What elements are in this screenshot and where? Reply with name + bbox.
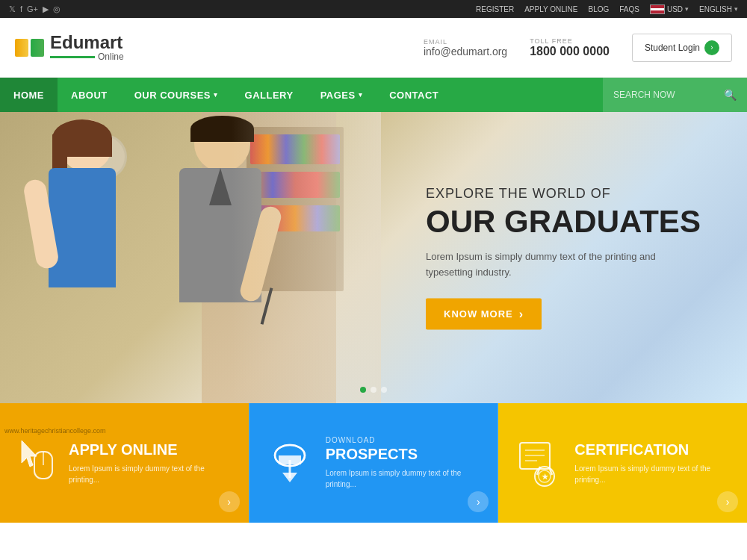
pages-dropdown-icon: ▾ xyxy=(359,91,363,99)
faqs-link[interactable]: FAQS xyxy=(619,5,639,13)
apply-online-text: APPLY ONLINE Lorem Ipsum is simply dummy… xyxy=(69,441,231,485)
know-more-button[interactable]: KNOW MORE › xyxy=(426,298,542,329)
instagram-icon[interactable]: ◎ xyxy=(53,4,61,14)
language-selector[interactable]: ENGLISH ▾ xyxy=(699,5,738,13)
bottom-cards: APPLY ONLINE Lorem Ipsum is simply dummy… xyxy=(0,403,747,523)
blog-link[interactable]: BLOG xyxy=(588,5,609,13)
nav-item-about[interactable]: ABOUT xyxy=(58,78,121,112)
certification-text: CERTIFICATION Lorem Ipsum is simply dumm… xyxy=(574,441,729,485)
currency-label: USD xyxy=(667,5,683,13)
language-chevron: ▾ xyxy=(734,5,738,13)
register-link[interactable]: REGISTER xyxy=(476,5,514,13)
login-arrow-icon: › xyxy=(704,40,719,55)
svg-marker-6 xyxy=(282,473,297,482)
currency-chevron: ▾ xyxy=(685,5,689,13)
facebook-icon[interactable]: f xyxy=(20,4,22,14)
google-plus-icon[interactable]: G+ xyxy=(27,4,38,14)
apply-online-icon-area xyxy=(18,437,55,489)
watermark: www.heritagechristiancollege.com xyxy=(4,427,106,435)
cloud-download-icon xyxy=(267,439,312,488)
card-certification: ★ CERTIFICATION Lorem Ipsum is simply du… xyxy=(498,403,747,523)
hero-subtitle: Explore the world of xyxy=(426,186,725,202)
hero-title: OUR GRADUATES xyxy=(426,205,725,239)
hero-image-area xyxy=(0,112,381,403)
logo-icon xyxy=(15,39,44,57)
nav-about-label: ABOUT xyxy=(71,90,108,101)
card-apply-online: APPLY ONLINE Lorem Ipsum is simply dummy… xyxy=(0,403,249,523)
prospects-title: PROSPECTS xyxy=(326,446,480,463)
nav-item-courses[interactable]: OUR COURSES ▾ xyxy=(121,78,232,112)
certification-icon-area: ★ xyxy=(516,439,561,488)
student-login-label: Student Login xyxy=(645,43,700,53)
nav-search[interactable]: 🔍 xyxy=(603,78,747,112)
top-bar: 𝕏 f G+ ▶ ◎ REGISTER APPLY ONLINE BLOG FA… xyxy=(0,0,747,18)
phone-contact: TOLL FREE 1800 000 0000 xyxy=(530,37,610,58)
card-prospects: DOWNLOAD PROSPECTS Lorem Ipsum is simply… xyxy=(249,403,499,523)
know-more-arrow-icon: › xyxy=(519,307,524,320)
top-bar-right: REGISTER APPLY ONLINE BLOG FAQS USD ▾ EN… xyxy=(476,4,738,14)
logo-subtitle: Online xyxy=(98,52,124,62)
nav-item-home[interactable]: HOME xyxy=(0,78,58,112)
phone-label: TOLL FREE xyxy=(530,37,610,45)
prospects-text: DOWNLOAD PROSPECTS Lorem Ipsum is simply… xyxy=(326,436,480,490)
book-icon-green xyxy=(31,39,44,57)
slider-dots xyxy=(360,387,387,393)
social-icons-group: 𝕏 f G+ ▶ ◎ xyxy=(9,4,61,14)
apply-online-title: APPLY ONLINE xyxy=(69,441,231,458)
nav-gallery-label: GALLERY xyxy=(245,90,294,101)
logo[interactable]: Edumart Online xyxy=(15,34,124,62)
email-value: info@edumart.org xyxy=(424,46,507,57)
certification-nav-btn[interactable]: › xyxy=(717,491,738,512)
logo-text: Edumart Online xyxy=(50,34,124,62)
header: Edumart Online EMAIL info@edumart.org TO… xyxy=(0,18,747,78)
language-label: ENGLISH xyxy=(699,5,732,13)
prospects-label: DOWNLOAD xyxy=(326,436,480,444)
svg-text:★: ★ xyxy=(542,473,549,481)
phone-value: 1800 000 0000 xyxy=(530,45,610,58)
currency-selector[interactable]: USD ▾ xyxy=(650,4,689,14)
prospects-icon-area xyxy=(267,439,312,488)
nav-item-pages[interactable]: PAGES ▾ xyxy=(307,78,376,112)
nav-items: HOME ABOUT OUR COURSES ▾ GALLERY PAGES ▾… xyxy=(0,78,603,112)
nav-home-label: HOME xyxy=(13,90,44,101)
student-login-button[interactable]: Student Login › xyxy=(632,34,732,62)
twitter-icon[interactable]: 𝕏 xyxy=(9,4,16,14)
email-label: EMAIL xyxy=(424,38,507,46)
book-icon-yellow xyxy=(15,39,28,57)
nav-pages-label: PAGES xyxy=(320,90,356,101)
us-flag xyxy=(650,4,665,14)
know-more-label: KNOW MORE xyxy=(444,308,513,320)
apply-online-nav-btn[interactable]: › xyxy=(219,491,240,512)
slider-dot-1[interactable] xyxy=(360,387,366,393)
hero-content: Explore the world of OUR GRADUATES Lorem… xyxy=(426,186,725,330)
apply-online-desc: Lorem Ipsum is simply dummy text of the … xyxy=(69,463,231,485)
hero-description: Lorem Ipsum is simply dummy text of the … xyxy=(426,249,665,281)
nav-item-gallery[interactable]: GALLERY xyxy=(232,78,307,112)
certification-title: CERTIFICATION xyxy=(574,441,729,458)
logo-title: Edumart xyxy=(50,34,124,52)
search-icon[interactable]: 🔍 xyxy=(724,89,737,101)
search-input[interactable] xyxy=(613,90,718,100)
hero-section: Explore the world of OUR GRADUATES Lorem… xyxy=(0,112,747,403)
mouse-icon xyxy=(18,437,55,489)
apply-online-link[interactable]: APPLY ONLINE xyxy=(524,5,577,13)
prospects-desc: Lorem Ipsum is simply dummy text of the … xyxy=(326,467,480,490)
header-contact: EMAIL info@edumart.org TOLL FREE 1800 00… xyxy=(424,34,732,62)
slider-dot-3[interactable] xyxy=(381,387,387,393)
courses-dropdown-icon: ▾ xyxy=(214,91,218,99)
logo-underline xyxy=(50,56,95,58)
main-nav: HOME ABOUT OUR COURSES ▾ GALLERY PAGES ▾… xyxy=(0,78,747,112)
certificate-icon: ★ xyxy=(516,439,561,488)
email-contact: EMAIL info@edumart.org xyxy=(424,38,507,57)
nav-courses-label: OUR COURSES xyxy=(134,90,211,101)
youtube-icon[interactable]: ▶ xyxy=(43,4,49,14)
certification-desc: Lorem Ipsum is simply dummy text of the … xyxy=(574,463,729,485)
prospects-nav-btn[interactable]: › xyxy=(468,491,489,512)
nav-contact-label: CONTACT xyxy=(389,90,438,101)
slider-dot-2[interactable] xyxy=(371,387,376,393)
nav-item-contact[interactable]: CONTACT xyxy=(376,78,452,112)
